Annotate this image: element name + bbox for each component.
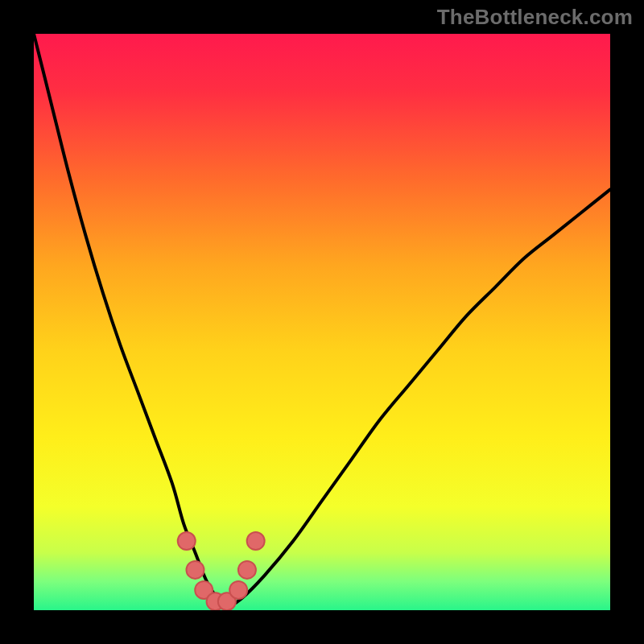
watermark-text: TheBottleneck.com: [437, 5, 633, 30]
chart-frame: TheBottleneck.com: [0, 0, 644, 644]
bottleneck-chart: [34, 34, 610, 610]
plot-area: [34, 34, 610, 610]
curve-marker: [186, 561, 204, 579]
gradient-background: [34, 34, 610, 610]
curve-marker: [178, 532, 196, 550]
curve-marker: [238, 561, 256, 579]
curve-marker: [247, 532, 265, 550]
curve-marker: [229, 581, 247, 599]
